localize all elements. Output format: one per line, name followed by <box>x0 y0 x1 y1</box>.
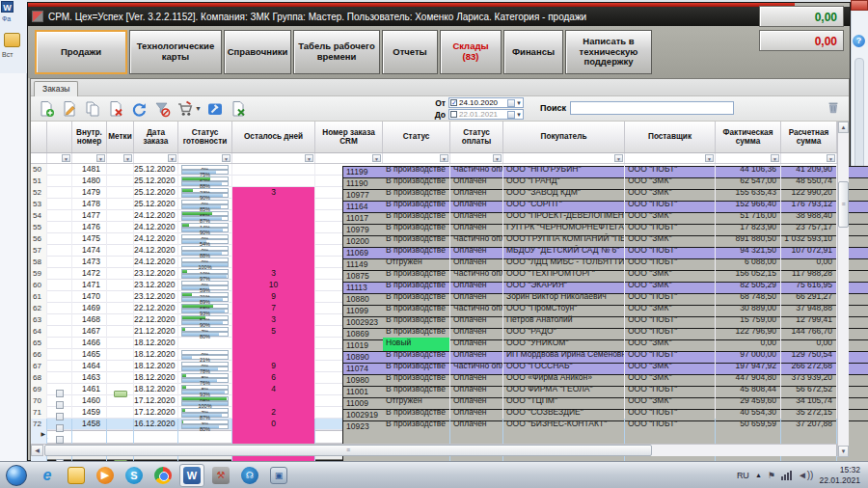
volume-icon[interactable]: ◄)) <box>798 470 814 480</box>
new-order-icon[interactable] <box>35 98 58 120</box>
filter-dropdown-icon[interactable]: ▼ <box>123 154 132 162</box>
network-icon[interactable] <box>781 471 792 480</box>
table-row[interactable]: 63146822.12.202052%90%31002923В производ… <box>31 314 849 326</box>
filter-dropdown-icon[interactable]: ▼ <box>705 154 714 162</box>
nav-button-1[interactable]: Продажи <box>35 30 127 74</box>
copy-order-icon[interactable] <box>81 98 104 120</box>
filter-dropdown-icon[interactable]: ▼ <box>305 154 313 162</box>
table-row[interactable]: 51148025.12.202062%88%11190В производств… <box>31 176 849 187</box>
support-icon[interactable]: ☊ <box>237 464 262 487</box>
table-row[interactable]: 50148125.12.20200%75%11199В производстве… <box>31 164 849 176</box>
table-row[interactable]: 70146017.12.202098%100%11009ОтгруженОпла… <box>31 395 849 407</box>
filter-off-icon[interactable] <box>150 98 174 120</box>
refresh-icon[interactable] <box>127 98 150 120</box>
table-row[interactable]: 67146418.12.20200%78%911074В производств… <box>31 361 849 372</box>
table-row[interactable]: 61147023.12.202021%89%910880В производст… <box>31 291 849 303</box>
column-header-5[interactable]: Статус готовности <box>178 122 232 152</box>
table-row[interactable]: 69146118.12.20208%93%411001В производств… <box>31 384 849 395</box>
date-to-input[interactable]: 22.01.2021 ▼ <box>448 109 524 120</box>
nav-button-5[interactable]: Отчеты <box>382 30 438 74</box>
crm-app-icon[interactable]: ⚒ <box>208 464 233 487</box>
table-row[interactable]: 57147424.12.20200%88%11069В производстве… <box>31 245 849 257</box>
chrome-icon[interactable] <box>150 464 176 487</box>
filter-dropdown-icon[interactable]: ▼ <box>614 154 623 162</box>
calendar-icon[interactable] <box>507 111 515 119</box>
filter-dropdown-icon[interactable]: ▼ <box>827 154 835 162</box>
paste-icon[interactable] <box>4 33 20 47</box>
table-row[interactable]: 64146721.12.20207%80%510869В производств… <box>31 326 849 338</box>
column-header-7[interactable]: Номер заказа CRM <box>315 122 383 152</box>
cart-icon[interactable] <box>174 98 197 120</box>
word-icon[interactable]: W <box>179 464 204 487</box>
column-header-10[interactable]: Покупатель <box>503 122 625 152</box>
ie-icon[interactable]: e <box>35 464 60 487</box>
filter-dropdown-icon[interactable]: ▼ <box>493 154 502 162</box>
table-row[interactable]: 68146318.12.20208%76%610980В производств… <box>31 372 849 384</box>
filter-dropdown-icon[interactable]: ▼ <box>440 154 448 162</box>
chevron-down-icon[interactable]: ▼ <box>516 112 522 118</box>
table-row[interactable]: 62146922.12.202068%93%711099В производст… <box>31 303 849 314</box>
filter-dropdown-icon[interactable]: ▼ <box>96 154 105 162</box>
nav-button-8[interactable]: Написать в техническую поддержку <box>565 30 652 74</box>
calendar-icon[interactable] <box>507 99 515 107</box>
help-icon[interactable]: ? <box>853 35 865 47</box>
cart-dropdown-icon[interactable]: ▼ <box>195 105 202 112</box>
word-app-icon[interactable]: W <box>1 1 14 13</box>
filter-dropdown-icon[interactable]: ▼ <box>222 154 231 162</box>
table-row[interactable]: 66146518.12.20200%21%10890В производстве… <box>31 349 849 361</box>
table-row[interactable]: 55147624.12.202014%90%10979В производств… <box>31 222 849 233</box>
start-orb[interactable] <box>6 465 27 486</box>
edit-order-icon[interactable] <box>58 98 81 120</box>
scroll-down-icon[interactable]: ▼ <box>838 446 849 457</box>
nav-button-3[interactable]: Справочники <box>224 30 291 74</box>
language-indicator[interactable]: RU <box>737 471 749 480</box>
filter-dropdown-icon[interactable]: ▼ <box>372 154 381 162</box>
column-header-11[interactable]: Поставщик <box>625 122 716 152</box>
chevron-down-icon[interactable]: ▼ <box>516 100 522 106</box>
scroll-up-icon[interactable]: ▲ <box>838 122 849 133</box>
action-center-icon[interactable]: ⚑ <box>768 471 775 480</box>
column-header-13[interactable]: Расчетная сумма <box>781 122 837 152</box>
table-row[interactable]: 59147223.12.202010%97%310875В производст… <box>31 268 849 280</box>
column-header-4[interactable]: Дата заказа <box>134 122 178 152</box>
export-excel-icon[interactable] <box>227 98 250 120</box>
remote-desktop-icon[interactable]: ▣ <box>266 464 291 487</box>
column-header-2[interactable]: Внутр. номер <box>72 122 107 152</box>
delete-order-icon[interactable] <box>104 98 127 120</box>
horizontal-scroll-thumb[interactable] <box>44 445 652 456</box>
vertical-scroll-thumb[interactable] <box>838 181 849 228</box>
table-row[interactable]: 60147123.12.20200%59%1011113В производст… <box>31 280 849 291</box>
horizontal-scrollbar[interactable]: ◀ ▶ <box>31 444 849 456</box>
column-header-3[interactable]: Метки <box>107 122 134 152</box>
table-row[interactable]: 58147324.12.20200%100%11149ОтгруженОплач… <box>31 257 849 268</box>
table-row[interactable]: 52147925.12.202023%90%310977В производст… <box>31 187 849 199</box>
from-checkbox[interactable]: ✓ <box>450 99 457 106</box>
media-player-icon[interactable]: ▶ <box>93 464 118 487</box>
trash-icon[interactable] <box>826 99 841 117</box>
nav-button-7[interactable]: Финансы <box>503 30 563 74</box>
tools-icon[interactable] <box>203 98 227 120</box>
explorer-icon[interactable] <box>64 464 89 487</box>
table-row[interactable]: 72▶145816.12.20203%80%010923В производст… <box>31 419 849 430</box>
nav-button-4[interactable]: Табель рабочего времени <box>293 30 380 74</box>
scroll-left-icon[interactable]: ◀ <box>31 445 43 456</box>
column-header-12[interactable]: Фактическая сумма <box>716 122 781 152</box>
filter-dropdown-icon[interactable]: ▼ <box>771 154 779 162</box>
column-header-8[interactable]: Статус <box>383 122 450 152</box>
table-row[interactable]: 53147825.12.20200%85%11164В производстве… <box>31 199 849 210</box>
tab-orders[interactable]: Заказы <box>34 81 78 96</box>
column-header-6[interactable]: Осталось дней <box>232 122 315 152</box>
filter-dropdown-icon[interactable]: ▼ <box>62 154 70 162</box>
to-checkbox[interactable] <box>450 111 457 118</box>
date-from-input[interactable]: ✓ 24.10.2020 ▼ <box>448 97 524 108</box>
word-file-tab[interactable]: Фа <box>2 15 11 22</box>
column-header-9[interactable]: Статус оплаты <box>450 122 503 152</box>
table-row[interactable]: 65146618.12.202011019НовыйОплаченООО "УН… <box>31 338 849 349</box>
vertical-scrollbar[interactable]: ▲ ▼ <box>837 122 849 457</box>
table-row[interactable]: 56147524.12.20200%54%10200В производстве… <box>31 233 849 245</box>
filter-dropdown-icon[interactable]: ▼ <box>168 154 176 162</box>
table-row[interactable]: 54147724.12.202065%87%11017В производств… <box>31 210 849 222</box>
nav-button-6[interactable]: Склады (83) <box>440 30 502 74</box>
tray-expand-icon[interactable]: ▲ <box>755 472 762 478</box>
table-row[interactable]: 71145917.12.20207%87%21002919В производс… <box>31 407 849 419</box>
